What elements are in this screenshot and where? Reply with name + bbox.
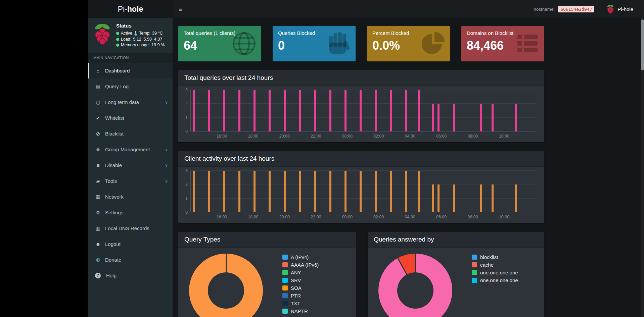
sidebar-section-header: MAIN NAVIGATION xyxy=(88,53,173,63)
sidebar-item-group-management[interactable]: ☻Group Management∨ xyxy=(88,142,173,157)
legend-color-chip xyxy=(282,262,288,267)
panel-title: Query Types xyxy=(184,236,220,243)
y-tick-label: 0 xyxy=(185,210,188,215)
temp-label: Temp: xyxy=(139,31,150,36)
status-memory-dot xyxy=(116,44,119,47)
legend-label: SRV xyxy=(291,277,301,283)
y-tick-label: 3 xyxy=(185,168,188,173)
y-tick-label: 2 xyxy=(185,101,188,106)
status-text: Status Active Temp: 39 °C Load: 5.12 5.5… xyxy=(116,23,165,47)
card-percent-blocked[interactable]: Percent Blocked 0.0% xyxy=(367,26,450,61)
status-active-label: Active xyxy=(121,31,132,36)
status-load-dot xyxy=(116,38,119,41)
legend-item[interactable]: blocklist xyxy=(472,254,518,260)
x-tick-label: 10:00 xyxy=(499,134,509,139)
sidebar-item-settings[interactable]: ⚙Settings xyxy=(88,205,173,220)
bar xyxy=(515,104,517,131)
list-icon xyxy=(514,30,541,57)
query-types-donut[interactable] xyxy=(189,254,263,317)
x-tick-label: 08:00 xyxy=(467,215,478,219)
bar-plot[interactable] xyxy=(190,90,536,131)
navbar-main: ≡ hostname: 666154e2d947 Pi-hole xyxy=(173,0,641,18)
temp-value: 39 °C xyxy=(152,31,163,36)
bar xyxy=(375,90,377,131)
sidebar-item-local-dns-records[interactable]: ▥Local DNS Records xyxy=(88,220,173,236)
bar xyxy=(344,90,347,131)
legend-color-chip xyxy=(472,262,477,267)
legend-item[interactable]: PTR xyxy=(282,293,319,299)
bar xyxy=(193,90,195,131)
sidebar-item-blacklist[interactable]: ⊘Blacklist xyxy=(88,126,173,142)
sidebar-item-long-term-data[interactable]: ◷Long term data∨ xyxy=(88,94,173,110)
bar xyxy=(480,184,482,212)
bar-plot[interactable] xyxy=(190,171,536,212)
app-logo[interactable]: Pi-hole xyxy=(88,0,173,18)
bar xyxy=(360,90,362,131)
help-icon: ? xyxy=(95,273,101,278)
x-tick-label: 22:00 xyxy=(311,134,321,139)
bar xyxy=(438,184,440,212)
main-content: Total queries (1 clients) 64 Queries Blo… xyxy=(173,18,641,317)
legend-label: SOA xyxy=(291,285,302,291)
legend-color-chip xyxy=(472,255,477,260)
hamburger-menu-icon[interactable]: ≡ xyxy=(173,5,189,13)
legend-item[interactable]: one.one.one.one xyxy=(472,277,518,283)
client-activity-panel: Client activity over last 24 hours 01231… xyxy=(178,151,544,223)
sidebar-item-label: Group Management xyxy=(105,147,150,152)
donut-hole xyxy=(208,272,244,309)
bar xyxy=(269,171,271,212)
globe-icon xyxy=(230,30,258,57)
sidebar-item-label: Help xyxy=(106,273,117,278)
legend-item[interactable]: NAPTR xyxy=(282,308,319,314)
pie-chart-icon xyxy=(420,30,447,57)
legend-label: ANY xyxy=(291,270,301,275)
legend-item[interactable]: A (IPv4) xyxy=(282,254,319,260)
logo-text-bold: hole xyxy=(127,5,143,14)
panel-header: Client activity over last 24 hours xyxy=(178,151,544,167)
card-total-queries[interactable]: Total queries (1 clients) 64 xyxy=(178,26,261,61)
scrollbar-thumb[interactable] xyxy=(641,19,644,70)
legend-item[interactable]: SOA xyxy=(282,285,319,291)
hostname-badge: 666154e2d947 xyxy=(558,6,594,12)
queries-answered-by-donut[interactable] xyxy=(378,254,452,317)
legend-item[interactable]: SRV xyxy=(282,277,319,283)
bar xyxy=(515,184,517,212)
sidebar-item-donate[interactable]: ℗Donate xyxy=(88,252,173,268)
total-queries-chart[interactable]: 012316:0018:0020:0022:0000:0002:0004:000… xyxy=(178,86,544,142)
card-domains-blocklist[interactable]: Domains on Blocklist 84,466 xyxy=(461,26,544,61)
legend-item[interactable]: cache xyxy=(472,262,518,268)
sidebar-item-query-log[interactable]: ▤Query Log xyxy=(88,78,173,94)
sidebar-item-label: Whitelist xyxy=(105,115,124,121)
temperature-icon xyxy=(134,31,137,36)
legend-item[interactable]: one.one.one.one xyxy=(472,270,518,275)
bar xyxy=(432,184,434,212)
bar xyxy=(284,90,286,131)
dashboard-icon: ⌂ xyxy=(94,68,102,73)
legend-item[interactable]: TXT xyxy=(282,301,319,306)
sidebar-item-network[interactable]: ▦Network xyxy=(88,189,173,205)
bar xyxy=(238,90,240,131)
sidebar-item-help[interactable]: ?Help xyxy=(88,268,173,283)
page-scrollbar xyxy=(641,0,644,317)
legend-label: NAPTR xyxy=(291,308,308,314)
client-activity-chart[interactable]: 012316:0018:0020:0022:0000:0002:0004:000… xyxy=(178,167,544,223)
whitelist-icon: ✔ xyxy=(94,115,102,121)
x-tick-label: 22:00 xyxy=(311,215,321,219)
card-queries-blocked[interactable]: Queries Blocked 0 xyxy=(273,26,356,61)
sidebar-item-disable[interactable]: ■Disable∨ xyxy=(88,157,173,173)
content: Total queries (1 clients) 64 Queries Blo… xyxy=(178,26,544,317)
top-navbar: Pi-hole ≡ hostname: 666154e2d947 Pi-ho xyxy=(88,0,641,18)
sidebar-item-whitelist[interactable]: ✔Whitelist xyxy=(88,110,173,126)
bar xyxy=(418,171,420,212)
x-tick-label: 20:00 xyxy=(279,215,290,219)
settings-icon: ⚙ xyxy=(94,210,102,216)
sidebar-item-dashboard[interactable]: ⌂Dashboard xyxy=(88,63,173,78)
sidebar-item-logout[interactable]: ☻Logout xyxy=(88,236,173,252)
sidebar-item-label: Donate xyxy=(105,257,121,263)
sidebar-item-label: Settings xyxy=(105,210,123,215)
brand-link[interactable]: Pi-hole xyxy=(606,4,633,14)
legend-item[interactable]: ANY xyxy=(282,270,319,275)
panel-header: Total queries over last 24 hours xyxy=(178,70,544,86)
legend-item[interactable]: AAAA (IPv6) xyxy=(282,262,319,268)
sidebar-item-tools[interactable]: ▰Tools∨ xyxy=(88,173,173,189)
